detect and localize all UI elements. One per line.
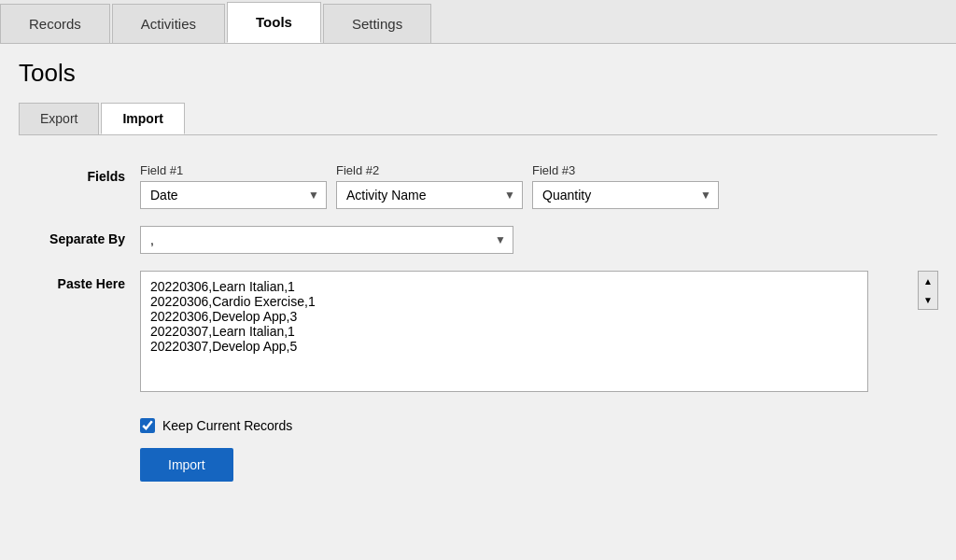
top-tab-records[interactable]: Records	[0, 4, 110, 43]
top-tab-tools[interactable]: Tools	[227, 2, 321, 43]
field2-column: Field #2 Date Activity Name Quantity ▼	[336, 163, 523, 209]
page-content: Tools ExportImport Fields Field #1 Date …	[0, 44, 956, 497]
sub-tab-bar: ExportImport	[19, 103, 937, 135]
fields-row: Fields Field #1 Date Activity Name Quant…	[19, 163, 937, 209]
form-area: Fields Field #1 Date Activity Name Quant…	[19, 154, 937, 418]
scroll-up-button[interactable]: ▲	[919, 272, 937, 290]
field3-label: Field #3	[532, 163, 719, 177]
sub-tab-import[interactable]: Import	[101, 103, 185, 134]
separate-by-label: Separate By	[19, 226, 140, 246]
paste-here-label: Paste Here	[19, 271, 140, 291]
paste-here-row: Paste Here 20220306,Learn Italian,1 2022…	[19, 271, 937, 392]
keep-records-label: Keep Current Records	[162, 418, 292, 433]
paste-area-wrapper: 20220306,Learn Italian,1 20220306,Cardio…	[140, 271, 937, 392]
separate-by-select-wrapper: , ; Tab | ▼	[140, 226, 513, 254]
keep-records-row: Keep Current Records	[140, 418, 937, 433]
sub-tab-export[interactable]: Export	[19, 103, 99, 134]
fields-group: Field #1 Date Activity Name Quantity ▼ F…	[140, 163, 719, 209]
field3-select-wrapper: Date Activity Name Quantity ▼	[532, 181, 719, 209]
import-button[interactable]: Import	[140, 448, 233, 482]
paste-textarea[interactable]: 20220306,Learn Italian,1 20220306,Cardio…	[140, 271, 868, 392]
field1-select-wrapper: Date Activity Name Quantity ▼	[140, 181, 327, 209]
scroll-down-button[interactable]: ▼	[919, 290, 937, 309]
separate-by-row: Separate By , ; Tab | ▼	[19, 226, 937, 254]
field2-label: Field #2	[336, 163, 523, 177]
keep-records-checkbox[interactable]	[140, 418, 155, 433]
top-tab-bar: RecordsActivitiesToolsSettings	[0, 0, 956, 44]
field1-select[interactable]: Date Activity Name Quantity	[140, 181, 327, 209]
fields-label: Fields	[19, 163, 140, 184]
separate-by-select[interactable]: , ; Tab |	[140, 226, 513, 254]
top-tab-settings[interactable]: Settings	[323, 4, 431, 43]
field3-column: Field #3 Date Activity Name Quantity ▼	[532, 163, 719, 209]
scroll-buttons: ▲ ▼	[918, 271, 938, 310]
field2-select[interactable]: Date Activity Name Quantity	[336, 181, 523, 209]
top-tab-activities[interactable]: Activities	[112, 4, 225, 43]
field2-select-wrapper: Date Activity Name Quantity ▼	[336, 181, 523, 209]
field1-column: Field #1 Date Activity Name Quantity ▼	[140, 163, 327, 209]
page-title: Tools	[19, 59, 937, 88]
field3-select[interactable]: Date Activity Name Quantity	[532, 181, 719, 209]
field1-label: Field #1	[140, 163, 327, 177]
